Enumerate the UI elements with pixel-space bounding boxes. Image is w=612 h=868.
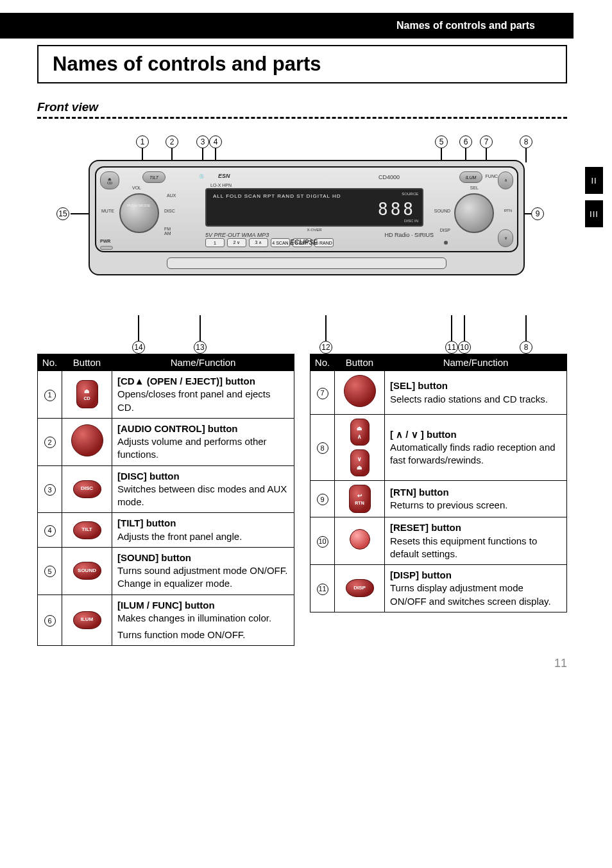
lcd-digits: 888 <box>378 200 416 219</box>
table-row: 5SOUND[SOUND] buttonTurns sound adjustme… <box>38 547 294 595</box>
table-row: 7[SEL] buttonSelects radio stations and … <box>310 371 567 415</box>
sound-label: SOUND <box>434 209 450 213</box>
callout-7: 7 <box>480 135 493 148</box>
lcd: LO-X HPN ALL FOLD SCAN RPT RAND ST DIGIT… <box>205 188 423 227</box>
aux-label: AUX <box>167 193 176 198</box>
push-mode-label: PUSH MODE <box>127 204 150 207</box>
row-number: 7 <box>317 388 328 399</box>
row-function: [CD▲ (OPEN / EJECT)] buttonOpens/closes … <box>112 371 294 419</box>
row-number: 8 <box>317 442 328 454</box>
row-number: 4 <box>44 525 56 537</box>
callout-number: 7 <box>480 135 493 148</box>
table-row: 9↩RTN[RTN] buttonReturns to previous scr… <box>310 481 567 517</box>
th-no: No. <box>310 354 335 371</box>
callout-1: 1 <box>136 135 149 148</box>
row-number: 9 <box>317 494 328 505</box>
row-number: 5 <box>44 566 56 577</box>
callout-8: 8 <box>520 135 532 148</box>
model-label: CD4000 <box>378 174 400 180</box>
page-title: Names of controls and parts <box>53 53 552 76</box>
preset-button: 3 ∧ <box>249 238 268 247</box>
row-function: [ ∧ / ∨ ] buttonAutomatically finds radi… <box>385 415 567 481</box>
subheading: Front view <box>37 100 567 114</box>
fmam-label: FM AM <box>164 227 171 236</box>
row-function: [AUDIO CONTROL] buttonAdjusts volume and… <box>112 418 294 465</box>
header-bar-text: Names of controls and parts <box>396 20 535 31</box>
callout-number: 8 <box>520 341 532 354</box>
callout-number: 12 <box>319 341 332 354</box>
row-number: 11 <box>317 584 328 595</box>
xover-label: X-OVER <box>307 228 321 232</box>
rtn-button-icon: ↩RTN <box>349 485 371 513</box>
row-function: [SOUND] buttonTurns sound adjustment mod… <box>112 547 294 595</box>
callout-number: 8 <box>520 135 532 148</box>
source-label: SOURCE <box>402 192 418 196</box>
sel-knob-icon <box>344 375 376 407</box>
ilum-button: ILUM <box>459 171 482 183</box>
callout-2: 2 <box>166 135 178 148</box>
up-button: ∧ <box>498 171 513 189</box>
callout-number: 3 <box>196 135 209 148</box>
callout-14: 14 <box>132 341 145 354</box>
preset-button: 2 ∨ <box>227 238 246 247</box>
callout-10: 10 <box>458 341 471 354</box>
callout-6: 6 <box>459 135 472 148</box>
radio-badges: HD Radio · SIRIUS <box>384 232 434 238</box>
cd-eject: ⏏ CD <box>100 171 119 189</box>
cd-slot <box>167 257 446 269</box>
side-tabs: II III <box>585 167 603 227</box>
rtn-label: RTN <box>504 209 512 213</box>
vol-label: VOL <box>132 186 141 190</box>
header-bar: Names of controls and parts <box>0 13 574 39</box>
disc-button-icon: DISC <box>73 480 101 498</box>
table-row: 10[RESET] buttonResets this equipment fu… <box>310 517 567 565</box>
front-view-diagram: 12345678 15 9 VOL PUSH MODE DISC MUTE AU… <box>37 135 567 341</box>
disp-button-icon: DISP <box>346 579 374 597</box>
device-face: VOL PUSH MODE DISC MUTE AUX FM AM ⏏ CD T… <box>95 166 518 252</box>
audio-knob-icon <box>71 424 103 456</box>
row-function: [DISC] buttonSwitches between disc modes… <box>112 465 294 513</box>
controls-tables: No. Button Name/Function 1⏏CD[CD▲ (OPEN … <box>37 354 567 646</box>
tilt-button-icon: TILT <box>73 521 101 539</box>
callout-5: 5 <box>435 135 448 148</box>
side-tab-2: II <box>585 167 603 194</box>
row-function: [RTN] buttonReturns to previous screen. <box>385 481 567 517</box>
callout-number: 6 <box>459 135 472 148</box>
esn-badge: ESN <box>218 173 230 179</box>
table-row: 11DISP[DISP] buttonTurns display adjustm… <box>310 565 567 612</box>
func-label: FUNC <box>486 174 498 178</box>
right-callout: 9 <box>531 207 544 220</box>
row-function: [ILUM / FUNC] buttonMakes changes in ill… <box>112 595 294 646</box>
table-row: 2[AUDIO CONTROL] buttonAdjusts volume an… <box>38 418 294 465</box>
audio-knob <box>119 193 159 233</box>
callout-11: 11 <box>445 341 458 354</box>
title-box: Names of controls and parts <box>37 45 567 83</box>
down-button: ∨ <box>498 229 513 247</box>
lcd-indicators: ALL FOLD SCAN RPT RAND ST DIGITAL HD <box>213 193 341 199</box>
sound-button-icon: SOUND <box>73 562 101 580</box>
th-func: Name/Function <box>385 354 567 371</box>
row-number: 10 <box>317 536 328 548</box>
row-number: 2 <box>44 437 56 448</box>
disp-label: DISP <box>440 228 450 232</box>
callout-number: 13 <box>194 341 207 354</box>
device-outline: VOL PUSH MODE DISC MUTE AUX FM AM ⏏ CD T… <box>89 160 525 275</box>
page-number: 11 <box>554 657 567 670</box>
mute-label: MUTE <box>101 209 114 213</box>
side-tab-3: III <box>585 200 603 227</box>
callout-15: 15 <box>56 207 69 220</box>
preset-button: 4 SCAN <box>271 238 290 247</box>
row-function: [DISP] buttonTurns display adjustment mo… <box>385 565 567 612</box>
callout-number: 1 <box>136 135 149 148</box>
loxhpn-label: LO-X HPN <box>210 183 232 187</box>
row-number: 1 <box>44 390 56 401</box>
callout-number: 4 <box>209 135 222 148</box>
table-row: 4TILT[TILT] buttonAdjusts the front pane… <box>38 513 294 548</box>
tilt-button: TILT <box>142 171 166 183</box>
row-function: [TILT] buttonAdjusts the front panel ang… <box>112 513 294 548</box>
up-icon: ⏏∧ <box>350 419 370 446</box>
callout-number: 5 <box>435 135 448 148</box>
left-callout: 15 <box>56 207 69 220</box>
th-button: Button <box>335 354 385 371</box>
th-func: Name/Function <box>112 354 294 371</box>
